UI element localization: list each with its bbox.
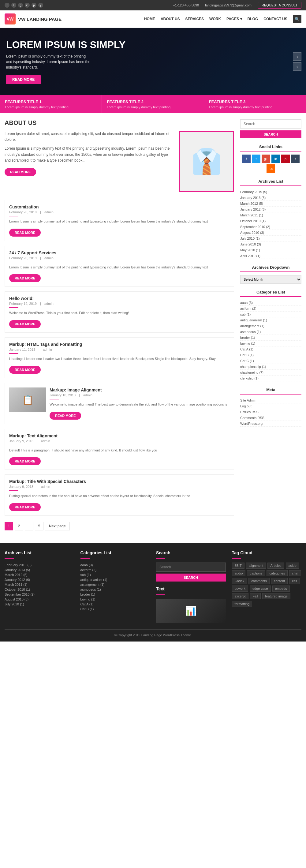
tag-8bit[interactable]: 8BIT [232, 562, 244, 569]
sidebar-google-icon[interactable]: g+ [262, 155, 270, 163]
post-2-read-more[interactable]: READ MORE [9, 274, 41, 282]
footer-cat-3: antiquarianism (1) [81, 577, 150, 582]
cat-link-4[interactable]: arrangement (1) [240, 324, 265, 328]
nav-search-icon[interactable]: 🔍 [293, 15, 301, 23]
cat-link-8[interactable]: Cat A (1) [240, 347, 253, 351]
tag-chat[interactable]: chat [289, 570, 301, 576]
youtube-icon-top[interactable]: y [38, 3, 43, 8]
tag-captions[interactable]: captions [247, 570, 265, 576]
main-content: ABOUT US Lorem ipsum dolor sit amet, con… [5, 119, 234, 536]
archive-link-0[interactable]: February 2019 (5) [240, 190, 267, 194]
hero-read-more-button[interactable]: READ MORE [6, 75, 41, 84]
pinterest-icon-top[interactable]: p [32, 3, 36, 8]
sidebar-pinterest-icon[interactable]: p [281, 155, 290, 163]
archive-link-1[interactable]: January 2013 (5) [240, 196, 266, 199]
hero-prev-arrow[interactable]: ‹ [293, 52, 301, 61]
cat-link-11[interactable]: championship (1) [240, 365, 266, 369]
sidebar-linkedin-icon[interactable]: in [271, 155, 280, 163]
post-1-read-more[interactable]: READ MORE [9, 229, 41, 237]
nav-pages[interactable]: PAGES ▾ [226, 17, 242, 21]
request-consult-button[interactable]: REQUEST A CONSULT [258, 2, 301, 8]
meta-link-0[interactable]: Site Admin [240, 399, 256, 402]
nav-about[interactable]: ABOUT US [161, 17, 180, 21]
archive-link-3[interactable]: January 2012 (6) [240, 208, 266, 211]
archive-link-7[interactable]: August 2010 (3) [240, 231, 264, 235]
tag-css[interactable]: css [289, 578, 300, 584]
cat-link-6[interactable]: broder (1) [240, 336, 255, 339]
tag-codex[interactable]: Codex [232, 578, 247, 584]
cat-link-1[interactable]: aciform (2) [240, 307, 256, 310]
cat-link-13[interactable]: clerkship (1) [240, 376, 258, 380]
sidebar-rss-icon[interactable]: rss [267, 164, 275, 173]
post-3-excerpt: Welcome to WordPress. This is your first… [9, 310, 230, 315]
page-5-btn[interactable]: 5 [35, 522, 43, 530]
sidebar-search-button[interactable]: SEARCH [240, 130, 301, 138]
post-4-read-more[interactable]: READ MORE [9, 366, 41, 374]
meta-link-2[interactable]: Entries RSS [240, 410, 258, 414]
tag-dowork[interactable]: dowork [232, 586, 248, 592]
archive-link-4[interactable]: March 2011 (1) [240, 213, 263, 217]
cat-link-12[interactable]: chasteneing (7) [240, 371, 264, 374]
linkedin-icon-top[interactable]: in [25, 3, 30, 8]
tag-formatting[interactable]: formatting [232, 601, 252, 607]
page-next-btn[interactable]: Next page [45, 522, 70, 530]
sidebar-archives-dropdown-select[interactable]: Select Month [240, 275, 301, 284]
cat-link-10[interactable]: Cat C (1) [240, 359, 254, 363]
twitter-icon-top[interactable]: t [11, 3, 16, 8]
tag-articles[interactable]: Articles [268, 562, 284, 569]
cat-link-3[interactable]: antiquarianism (1) [240, 318, 267, 322]
meta-link-3[interactable]: Comments RSS [240, 416, 265, 420]
archive-link-2[interactable]: March 2012 (5) [240, 202, 263, 205]
tag-edge-case[interactable]: edge case [250, 586, 271, 592]
archive-link-8[interactable]: July 2010 (1) [240, 237, 260, 240]
sidebar-search-input[interactable] [240, 119, 301, 128]
cat-link-0[interactable]: aaaa (3) [240, 301, 253, 305]
tag-fail[interactable]: Fail [250, 593, 261, 599]
meta-link-4[interactable]: WordPress.org [240, 422, 263, 426]
archive-link-6[interactable]: September 2010 (2) [240, 225, 270, 229]
tag-audio[interactable]: audio [232, 570, 246, 576]
archive-link-9[interactable]: June 2010 (3) [240, 242, 261, 246]
tag-categories[interactable]: categories [267, 570, 288, 576]
tag-alignment[interactable]: alignment [246, 562, 266, 569]
nav-work[interactable]: WORK [209, 17, 221, 21]
sidebar-twitter-icon[interactable]: t [252, 155, 261, 163]
sidebar-tumblr-icon[interactable]: t [291, 155, 300, 163]
sidebar-facebook-icon[interactable]: f [242, 155, 251, 163]
cat-link-9[interactable]: Cat B (1) [240, 353, 254, 357]
about-read-more-button[interactable]: READ MORE [5, 168, 36, 176]
facebook-icon-top[interactable]: f [5, 3, 9, 8]
top-bar-contact: +1-123-456-5890 landingpage25972@gmail.c… [173, 2, 301, 8]
nav-blog[interactable]: BLOG [248, 17, 258, 21]
tag-featured-image[interactable]: featured image [262, 593, 290, 599]
archive-link-10[interactable]: May 2010 (1) [240, 248, 260, 252]
google-icon-top[interactable]: g [18, 3, 23, 8]
tag-content[interactable]: content [271, 578, 288, 584]
cat-link-5[interactable]: asmodeus (1) [240, 330, 261, 334]
page-2-btn[interactable]: 2 [15, 522, 23, 530]
post-7-read-more[interactable]: READ MORE [9, 503, 41, 511]
nav-services[interactable]: SERVICES [185, 17, 204, 21]
nav-home[interactable]: HOME [144, 17, 155, 21]
archive-link-11[interactable]: April 2010 (1) [240, 254, 261, 258]
page-1-btn[interactable]: 1 [5, 522, 13, 530]
footer-search-button[interactable]: SEARCH [156, 574, 226, 582]
post-3-read-more[interactable]: READ MORE [9, 320, 41, 328]
post-5-read-more[interactable]: READ MORE [50, 412, 81, 420]
tag-aside[interactable]: aside [286, 562, 299, 569]
tag-embeds[interactable]: embeds [272, 586, 290, 592]
nav-contact[interactable]: CONTACT US [264, 17, 287, 21]
tag-excerpt[interactable]: excerpt [232, 593, 248, 599]
post-1-date: February 20, 2019 [9, 210, 37, 214]
meta-link-1[interactable]: Log out [240, 404, 251, 408]
footer-archives-list: February 2019 (5) January 2013 (5) March… [5, 562, 74, 607]
footer-cat-7: buying (1) [81, 597, 150, 602]
tag-comments[interactable]: comments [248, 578, 270, 584]
archive-link-5[interactable]: October 2010 (1) [240, 219, 266, 223]
footer-search-input[interactable] [156, 562, 226, 572]
hero-next-arrow[interactable]: › [293, 62, 301, 71]
cat-link-7[interactable]: buying (1) [240, 342, 255, 345]
cat-link-2[interactable]: sub (1) [240, 312, 251, 316]
post-6-read-more[interactable]: READ MORE [9, 457, 41, 465]
sidebar-archives-widget: Archives List February 2019 (5) January … [240, 179, 301, 259]
